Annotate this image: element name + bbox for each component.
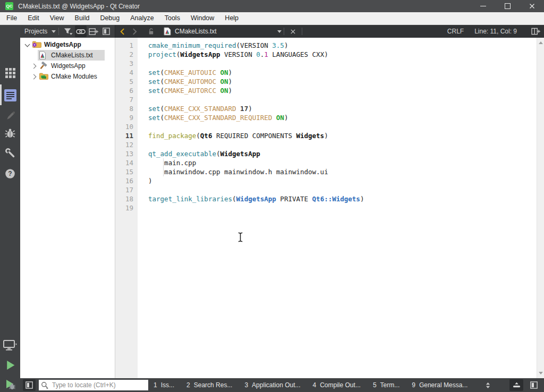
link-with-editor-button[interactable] — [75, 25, 87, 37]
output-pane-tabs: 1Iss...2Search Res...3Application Out...… — [154, 381, 480, 389]
back-chevron-icon — [120, 28, 125, 35]
menu-item-window[interactable]: Window — [185, 12, 219, 24]
tree-item-widgetsapp[interactable]: WidgetsApp — [20, 61, 115, 71]
output-tab-4[interactable]: 4Compile Out... — [313, 381, 361, 389]
code-line[interactable]: ) — [148, 176, 537, 185]
open-document-tab[interactable]: CMakeLists.txt — [164, 27, 282, 36]
divider — [284, 28, 284, 35]
chevron-right-icon[interactable] — [31, 74, 36, 79]
document-dropdown-icon[interactable] — [277, 30, 282, 33]
close-sidebar-button[interactable] — [100, 25, 112, 37]
output-tab-5[interactable]: 5Term... — [373, 381, 400, 389]
mode-welcome-button[interactable] — [0, 63, 20, 83]
code-line[interactable] — [148, 95, 537, 104]
code-line[interactable]: set(CMAKE_AUTORCC ON) — [148, 86, 537, 95]
code-line[interactable] — [148, 185, 537, 194]
maximize-button[interactable] — [495, 0, 520, 12]
kit-selector-button[interactable] — [0, 335, 20, 355]
output-tab-3[interactable]: 3Application Out... — [244, 381, 300, 389]
code-line[interactable]: target_link_libraries(WidgetsApp PRIVATE… — [148, 194, 537, 203]
toggle-left-sidebar-button[interactable] — [23, 379, 36, 391]
go-forward-button[interactable] — [129, 25, 141, 38]
tree-item-label: CMake Modules — [51, 73, 97, 80]
filter-tree-button[interactable] — [62, 25, 74, 37]
close-button[interactable] — [520, 0, 544, 12]
mode-help-button[interactable]: ? — [0, 164, 20, 184]
scroll-down-arrow-icon[interactable] — [539, 372, 543, 374]
locator-input[interactable] — [51, 381, 146, 389]
tab-label: CMakeLists.txt — [175, 28, 273, 35]
menu-item-view[interactable]: View — [45, 12, 70, 24]
code-line[interactable]: set(CMAKE_CXX_STANDARD 17) — [148, 104, 537, 113]
menu-item-tools[interactable]: Tools — [159, 12, 185, 24]
line-ending-selector[interactable]: CRLF — [447, 28, 464, 35]
debug-play-icon — [4, 379, 16, 390]
projects-wrench-icon — [5, 148, 15, 158]
cursor-position-indicator[interactable]: Line: 11, Col: 9 — [474, 28, 517, 35]
mode-projects-button[interactable] — [0, 143, 20, 163]
tree-item-widgetsapp[interactable]: WidgetsApp — [20, 39, 115, 50]
code-area[interactable]: cmake_minimum_required(VERSION 3.5)proje… — [138, 38, 537, 378]
run-button[interactable] — [0, 355, 20, 375]
code-line[interactable]: set(CMAKE_AUTOMOC ON) — [148, 77, 537, 86]
search-icon — [41, 381, 49, 389]
menu-item-help[interactable]: Help — [219, 12, 244, 24]
minimize-icon — [480, 6, 486, 6]
forward-chevron-icon — [132, 28, 137, 35]
close-icon — [290, 29, 296, 35]
output-tab-number: 9 — [412, 381, 415, 389]
close-document-button[interactable] — [286, 25, 300, 38]
project-tree: WidgetsAppCMakeLists.txtWidgetsAppCMake … — [20, 38, 115, 82]
toggle-right-sidebar-button[interactable] — [527, 379, 541, 391]
code-line[interactable] — [148, 122, 537, 131]
output-tab-number: 1 — [154, 381, 157, 389]
svg-text:?: ? — [8, 170, 12, 177]
output-tab-2[interactable]: 2Search Res... — [186, 381, 232, 389]
menu-item-edit[interactable]: Edit — [22, 12, 45, 24]
mode-debug-button[interactable] — [0, 123, 20, 143]
maximize-output-pane-button[interactable] — [509, 379, 523, 391]
code-line[interactable]: main.cpp — [148, 158, 537, 167]
code-line[interactable]: set(CMAKE_CXX_STANDARD_REQUIRED ON) — [148, 113, 537, 122]
menu-item-file[interactable]: File — [1, 12, 22, 24]
go-back-button[interactable] — [116, 25, 129, 38]
panel-selector-dropdown[interactable]: Projects — [24, 28, 56, 35]
code-line[interactable]: qt_add_executable(WidgetsApp — [148, 149, 537, 158]
tree-item-cmakelists-txt[interactable]: CMakeLists.txt — [20, 50, 115, 61]
output-tab-number: 4 — [313, 381, 317, 389]
code-line[interactable] — [148, 140, 537, 149]
tree-item-cmake-modules[interactable]: CMake Modules — [20, 71, 115, 82]
chevron-right-icon[interactable] — [31, 63, 36, 69]
output-panes-menu-button[interactable] — [481, 379, 495, 391]
menu-item-debug[interactable]: Debug — [95, 12, 125, 24]
code-line[interactable]: cmake_minimum_required(VERSION 3.5) — [148, 41, 537, 50]
split-editor-button[interactable] — [528, 28, 544, 35]
code-line[interactable] — [148, 59, 537, 68]
menu-item-analyze[interactable]: Analyze — [125, 12, 159, 24]
code-line[interactable]: set(CMAKE_AUTOUIC ON) — [148, 68, 537, 77]
locator — [39, 380, 148, 390]
minimize-button[interactable] — [471, 0, 495, 12]
scroll-up-arrow-icon[interactable] — [539, 41, 543, 44]
output-tab-1[interactable]: 1Iss... — [154, 381, 174, 389]
project-root-icon — [32, 40, 41, 49]
code-line[interactable]: mainwindow.cpp mainwindow.h mainwindow.u… — [148, 167, 537, 176]
mode-sidebar: ? — [0, 25, 20, 392]
start-debugging-button[interactable] — [0, 374, 20, 392]
split-panel-button[interactable] — [88, 25, 99, 37]
chevron-down-icon[interactable] — [24, 41, 30, 47]
split-add-icon — [89, 28, 98, 36]
link-with-editor-icon — [76, 29, 86, 35]
code-line[interactable] — [148, 203, 537, 212]
menu-item-build[interactable]: Build — [70, 12, 95, 24]
line-number: 13 — [115, 149, 138, 158]
file-lock-button[interactable] — [144, 25, 158, 38]
mode-edit-button[interactable] — [0, 85, 20, 105]
code-line[interactable]: find_package(Qt6 REQUIRED COMPONENTS Wid… — [148, 131, 537, 140]
editor-content: 12345678910111213141516171819 cmake_mini… — [115, 38, 544, 378]
editor-scrollbar[interactable] — [537, 38, 544, 378]
unlocked-padlock-icon — [148, 28, 155, 35]
code-line[interactable]: project(WidgetsApp VERSION 0.1 LANGUAGES… — [148, 50, 537, 59]
output-tab-9[interactable]: 9General Messa... — [412, 381, 468, 389]
tree-item-label: WidgetsApp — [51, 62, 86, 70]
